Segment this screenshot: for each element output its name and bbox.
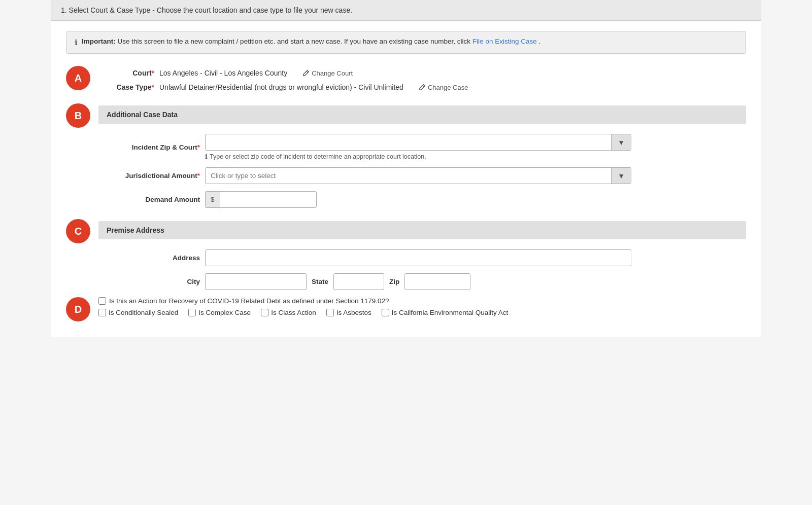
complex-case-label: Is Complex Case bbox=[198, 309, 251, 316]
change-court-link[interactable]: Change Court bbox=[302, 69, 353, 77]
step-d-circle: D bbox=[66, 297, 90, 321]
court-label: Court* bbox=[98, 69, 154, 77]
step-c-circle: C bbox=[66, 219, 90, 243]
class-action-item: Is Class Action bbox=[261, 309, 316, 316]
state-label: State bbox=[312, 278, 328, 285]
edit-icon bbox=[302, 69, 310, 77]
info-banner: ℹ Important: Use this screen to file a n… bbox=[66, 31, 746, 54]
court-row: Court* Los Angeles - Civil - Los Angeles… bbox=[98, 66, 746, 80]
demand-amount-field-wrap: $ bbox=[205, 191, 317, 208]
asbestos-checkbox[interactable] bbox=[326, 309, 334, 316]
jurisdictional-input-group: ▼ bbox=[205, 167, 631, 184]
step-d-content: Is this an Action for Recovery of COVID-… bbox=[98, 297, 746, 316]
premise-address-section: Address bbox=[66, 249, 746, 266]
info-icon: ℹ bbox=[75, 38, 78, 47]
incident-zip-hint: ℹ Type or select zip code of incident to… bbox=[205, 153, 631, 160]
asbestos-label: Is Asbestos bbox=[336, 309, 371, 316]
address-row: Address bbox=[98, 249, 746, 266]
address-input[interactable] bbox=[205, 249, 631, 266]
dollar-prefix: $ bbox=[206, 192, 220, 207]
incident-zip-input-group: ▼ bbox=[205, 134, 631, 151]
ceqa-checkbox[interactable] bbox=[382, 309, 389, 316]
conditionally-sealed-label: Is Conditionally Sealed bbox=[109, 309, 178, 316]
state-input[interactable] bbox=[333, 273, 384, 290]
incident-zip-row: Incident Zip & Court* ▼ ℹ Type or select… bbox=[98, 134, 746, 160]
step-d-row: D Is this an Action for Recovery of COVI… bbox=[66, 297, 746, 321]
jurisdictional-amount-label: Jurisdictional Amount* bbox=[98, 172, 200, 179]
multi-checkbox-row: Is Conditionally Sealed Is Complex Case … bbox=[98, 309, 746, 316]
demand-amount-row: Demand Amount $ bbox=[98, 191, 746, 208]
court-value: Los Angeles - Civil - Los Angeles County bbox=[159, 69, 287, 77]
incident-zip-input[interactable] bbox=[206, 134, 611, 150]
page-header: 1. Select Court & Case Type - Choose the… bbox=[51, 0, 761, 21]
conditionally-sealed-checkbox[interactable] bbox=[98, 309, 106, 316]
case-type-label: Case Type* bbox=[98, 83, 154, 91]
step-b-circle: B bbox=[66, 103, 90, 128]
city-label: City bbox=[98, 278, 200, 285]
step-a-circle: A bbox=[66, 66, 90, 90]
incident-zip-field-wrap: ▼ ℹ Type or select zip code of incident … bbox=[205, 134, 631, 160]
case-type-value: Unlawful Detainer/Residential (not drugs… bbox=[159, 83, 403, 91]
complex-case-item: Is Complex Case bbox=[188, 309, 251, 316]
demand-amount-label: Demand Amount bbox=[98, 196, 200, 203]
step-b-row: B Additional Case Data bbox=[66, 99, 746, 132]
demand-amount-input[interactable] bbox=[220, 192, 316, 207]
step-a-row: A Court* Los Angeles - Civil - Los Angel… bbox=[66, 66, 746, 94]
case-type-row: Case Type* Unlawful Detainer/Residential… bbox=[98, 80, 746, 94]
incident-zip-label: Incident Zip & Court* bbox=[98, 143, 200, 151]
edit-case-icon bbox=[419, 84, 426, 91]
info-banner-text: Use this screen to file a new complaint … bbox=[118, 38, 472, 45]
asbestos-item: Is Asbestos bbox=[326, 309, 371, 316]
jurisdictional-amount-row: Jurisdictional Amount* ▼ bbox=[98, 167, 746, 184]
ceqa-item: Is California Environmental Quality Act bbox=[382, 309, 509, 316]
class-action-checkbox[interactable] bbox=[261, 309, 268, 316]
change-case-link[interactable]: Change Case bbox=[419, 84, 468, 91]
ceqa-label: Is California Environmental Quality Act bbox=[392, 309, 509, 316]
city-state-zip-row: City State Zip bbox=[66, 273, 746, 290]
step-a-content: Court* Los Angeles - Civil - Los Angeles… bbox=[98, 66, 746, 94]
step-c-row: C Premise Address bbox=[66, 215, 746, 247]
incident-zip-filter-btn[interactable]: ▼ bbox=[611, 134, 631, 150]
zip-input[interactable] bbox=[404, 273, 470, 290]
class-action-label: Is Class Action bbox=[271, 309, 316, 316]
jurisdictional-filter-btn[interactable]: ▼ bbox=[611, 168, 631, 184]
jurisdictional-field-wrap: ▼ bbox=[205, 167, 631, 184]
premise-address-header: Premise Address bbox=[98, 221, 746, 239]
file-on-existing-case-link[interactable]: File on Existing Case bbox=[472, 38, 537, 45]
zip-label: Zip bbox=[389, 278, 399, 285]
additional-case-data-header: Additional Case Data bbox=[98, 105, 746, 124]
jurisdictional-amount-input[interactable] bbox=[206, 168, 611, 184]
covid-checkbox-row: Is this an Action for Recovery of COVID-… bbox=[98, 297, 746, 305]
additional-case-data-section: Incident Zip & Court* ▼ ℹ Type or select… bbox=[66, 134, 746, 208]
complex-case-checkbox[interactable] bbox=[188, 309, 196, 316]
city-input[interactable] bbox=[205, 273, 307, 290]
covid-checkbox[interactable] bbox=[98, 297, 106, 305]
covid-checkbox-label: Is this an Action for Recovery of COVID-… bbox=[109, 297, 389, 305]
address-label: Address bbox=[98, 254, 200, 262]
info-banner-bold: Important: bbox=[82, 38, 116, 45]
conditionally-sealed-item: Is Conditionally Sealed bbox=[98, 309, 178, 316]
